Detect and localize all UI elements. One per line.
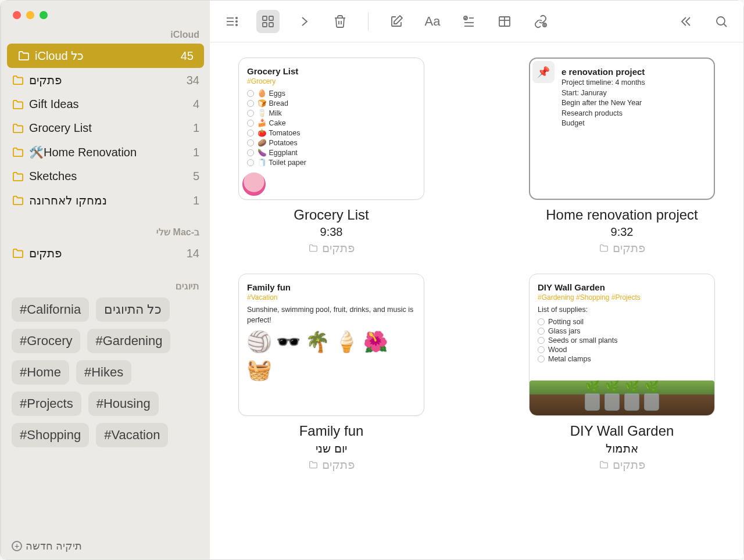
tags-section: תיוגים כל התיוגים#California#Gardening#G…	[1, 275, 210, 453]
folder-count: 5	[193, 170, 199, 183]
trash-button[interactable]	[328, 10, 352, 33]
supplies-label: List of supplies:	[538, 305, 706, 315]
tag-chip[interactable]: #Vacation	[96, 423, 168, 447]
tag-chip[interactable]: #Projects	[12, 392, 81, 416]
check-item: 🧻 Toilet paper	[247, 158, 416, 167]
note-card[interactable]: Grocery List#Grocery🥚 Eggs🍞 Bread🥛 Milk🍰…	[230, 58, 433, 255]
check-item: 🍆 Eggplant	[247, 148, 416, 157]
search-button[interactable]	[710, 10, 733, 33]
sticker: 🍦	[334, 330, 359, 353]
note-thumbnail[interactable]: Family fun#VacationSunshine, swimming po…	[238, 274, 424, 416]
pin-icon: 📌	[532, 61, 555, 83]
sticker: 🏐	[247, 330, 271, 353]
note-thumbnail[interactable]: 📌e renovation projectProject timeline: 4…	[529, 58, 715, 200]
sticker: 🧺	[247, 358, 271, 381]
compose-button[interactable]	[385, 10, 408, 33]
link-button[interactable]	[529, 10, 552, 33]
folder-item[interactable]: כל iCloud45	[7, 44, 204, 68]
tag-chip[interactable]: #Shopping	[12, 423, 89, 447]
check-item: 🥚 Eggs	[247, 89, 416, 98]
tag-chip[interactable]: #Home	[12, 360, 69, 385]
close-window-button[interactable]	[13, 11, 21, 19]
supply-item: Wood	[538, 346, 706, 354]
folder-icon	[12, 147, 24, 157]
folder-item[interactable]: פתקים34	[1, 68, 210, 92]
folder-name: פתקים	[29, 246, 62, 260]
thumb-tags: #Vacation	[247, 293, 416, 301]
new-folder-label: תיקיה חדשה	[26, 540, 82, 552]
folder-item[interactable]: נמחקו לאחרונה1	[1, 188, 210, 213]
folder-item[interactable]: Sketches5	[1, 164, 210, 188]
folder-icon	[12, 123, 24, 134]
checklist-button[interactable]	[457, 10, 480, 33]
format-button[interactable]: Aa	[421, 10, 444, 33]
note-title: Home renovation project	[546, 207, 698, 223]
thumb-title: Family fun	[247, 282, 416, 292]
thumb-title: DIY Wall Garden	[538, 282, 706, 292]
note-card[interactable]: DIY Wall Garden#Gardening #Shopping #Pro…	[520, 274, 724, 472]
note-time: 9:38	[320, 225, 343, 239]
folder-item[interactable]: Home Renovation🛠️1	[1, 140, 210, 164]
tag-chip[interactable]: #California	[12, 297, 89, 322]
note-folder: פתקים	[599, 458, 645, 472]
svg-point-5	[236, 24, 237, 25]
collapse-button[interactable]	[674, 10, 697, 33]
folder-name: Grocery List	[29, 121, 92, 135]
folder-count: 1	[193, 146, 199, 159]
note-thumbnail[interactable]: DIY Wall Garden#Gardening #Shopping #Pro…	[529, 274, 715, 416]
check-item: 🥛 Milk	[247, 109, 416, 117]
note-card[interactable]: 📌e renovation projectProject timeline: 4…	[520, 58, 724, 255]
tag-chip[interactable]: #Hikes	[76, 360, 131, 385]
folder-icon	[12, 171, 24, 182]
garden-image	[530, 380, 714, 415]
svg-rect-7	[269, 16, 273, 20]
forward-button[interactable]	[292, 10, 316, 33]
account-label-icloud: iCloud	[1, 25, 210, 44]
check-item: 🍞 Bread	[247, 99, 416, 107]
table-button[interactable]	[493, 10, 516, 33]
supply-item: Metal clamps	[538, 355, 706, 363]
collaborator-avatar	[241, 171, 267, 197]
account-label-mac: ב-Mac שלי	[1, 222, 210, 241]
folder-count: 1	[193, 121, 199, 135]
note-card[interactable]: Family fun#VacationSunshine, swimming po…	[230, 274, 433, 472]
thumb-tags: #Gardening #Shopping #Projects	[538, 293, 706, 301]
sticker: 🕶️	[276, 330, 301, 353]
folder-name: Gift Ideas	[29, 98, 79, 111]
note-time: אתמול	[606, 441, 638, 455]
svg-line-21	[724, 24, 727, 27]
folder-icon	[308, 458, 319, 472]
folder-icon	[599, 242, 609, 255]
folder-list-mac: פתקים14	[1, 241, 210, 265]
new-folder-button[interactable]: תיקיה חדשה +	[1, 533, 210, 559]
thumb-title: Grocery List	[247, 66, 416, 76]
note-title: Family fun	[299, 423, 364, 439]
thumb-title: e renovation project	[561, 67, 706, 77]
tag-chip[interactable]: #Gardening	[87, 329, 170, 353]
sidebar: iCloud כל iCloud45פתקים34Gift Ideas4Groc…	[1, 1, 210, 559]
note-folder: פתקים	[599, 241, 645, 255]
folder-icon	[12, 248, 24, 259]
tag-chip[interactable]: כל התיוגים	[96, 297, 170, 322]
folder-icon	[17, 51, 30, 61]
stickers: 🏐🕶️🌴🍦🌺🧺	[247, 330, 416, 381]
svg-rect-8	[263, 23, 267, 27]
note-thumbnail[interactable]: Grocery List#Grocery🥚 Eggs🍞 Bread🥛 Milk🍰…	[238, 58, 424, 200]
tag-chip[interactable]: #Grocery	[12, 329, 80, 353]
minimize-window-button[interactable]	[26, 11, 34, 19]
folder-count: 45	[181, 49, 194, 63]
checklist: 🥚 Eggs🍞 Bread🥛 Milk🍰 Cake🍅 Tomatoes🥔 Pot…	[247, 89, 416, 167]
thumb-body: Project timeline: 4 monthsStart: Januray…	[561, 78, 706, 129]
list-view-button[interactable]	[220, 10, 244, 33]
folder-item[interactable]: פתקים14	[1, 241, 210, 265]
zoom-window-button[interactable]	[40, 11, 48, 19]
folder-count: 1	[193, 194, 199, 207]
tag-chip[interactable]: #Housing	[88, 392, 159, 416]
gallery-view-button[interactable]	[256, 10, 280, 33]
plus-icon: +	[12, 541, 22, 551]
supply-item: Glass jars	[538, 327, 706, 335]
svg-point-4	[236, 20, 237, 21]
folder-name: נמחקו לאחרונה	[29, 193, 107, 207]
folder-item[interactable]: Grocery List1	[1, 116, 210, 140]
folder-item[interactable]: Gift Ideas4	[1, 92, 210, 116]
